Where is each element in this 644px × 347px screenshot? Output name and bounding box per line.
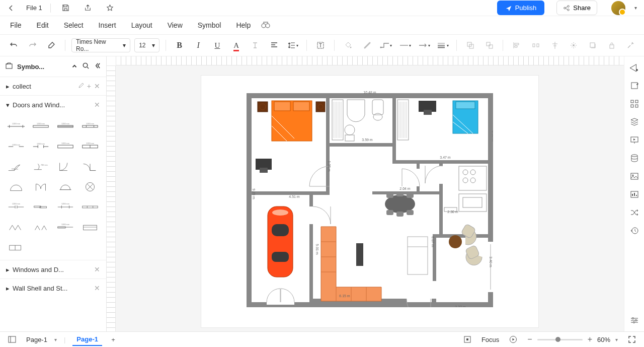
binoculars-icon[interactable] — [259, 21, 273, 30]
menu-symbol[interactable]: Symbol — [191, 18, 228, 32]
add-icon[interactable]: + — [87, 82, 91, 90]
arrow-style-button[interactable]: ▾ — [417, 38, 432, 53]
menu-layout[interactable]: Layout — [124, 18, 159, 32]
lock-button[interactable] — [604, 38, 619, 53]
undo-button[interactable] — [6, 38, 21, 53]
page-tab-1[interactable]: Page-1 — [72, 333, 102, 346]
favorite-icon[interactable] — [103, 1, 117, 15]
close-section-icon[interactable]: ✕ — [94, 101, 100, 109]
center-button[interactable] — [547, 38, 562, 53]
page-selector-dropdown-icon[interactable]: ▾ — [54, 337, 57, 342]
symbol-door-swing-1[interactable]: 700 mm — [5, 158, 27, 175]
effects-button[interactable] — [566, 38, 581, 53]
symbol-wall-opening-3[interactable]: 1200 mm — [55, 118, 76, 135]
save-icon[interactable] — [59, 1, 73, 15]
presentation-icon[interactable] — [627, 133, 641, 147]
symbol-door-arc[interactable] — [55, 178, 76, 195]
ruler-vertical[interactable] — [107, 65, 116, 331]
zoom-out-button[interactable]: − — [527, 335, 532, 344]
database-icon[interactable] — [627, 151, 641, 165]
symbol-opening-5[interactable]: 1200 mm — [5, 138, 27, 155]
font-size-select[interactable]: 12 ▾ — [134, 38, 159, 52]
page-selector-value[interactable]: Page-1 — [26, 336, 47, 343]
symbol-garage-door[interactable] — [79, 219, 101, 236]
settings-rail-icon[interactable] — [627, 313, 641, 327]
align-left-button[interactable] — [509, 38, 524, 53]
add-page-button[interactable]: + — [106, 332, 120, 346]
symbol-door-swing-2[interactable]: 700 mm — [30, 158, 51, 175]
zoom-value[interactable]: 60% — [597, 336, 610, 343]
section-toggle-wall[interactable]: ▸ Wall Shell and St... ✕ — [0, 279, 106, 297]
zoom-dropdown-icon[interactable]: ▾ — [615, 337, 618, 342]
bold-button[interactable]: B — [172, 38, 187, 53]
text-box-button[interactable]: T — [313, 38, 328, 53]
line-spacing-button[interactable]: ▾ — [286, 38, 301, 53]
menu-select[interactable]: Select — [57, 18, 91, 32]
symbol-opening-7[interactable]: 1200 mm — [55, 138, 76, 155]
export-icon[interactable] — [81, 1, 95, 15]
symbol-door-swing-4[interactable] — [79, 158, 101, 175]
focus-label[interactable]: Focus — [481, 336, 499, 343]
symbol-pocket-door[interactable]: 1200 mm — [55, 219, 76, 236]
menu-edit[interactable]: Edit — [30, 18, 56, 32]
edit-icon[interactable] — [78, 82, 84, 90]
close-section-icon[interactable]: ✕ — [94, 82, 100, 90]
symbol-opening-6[interactable]: 1200 mm — [30, 138, 51, 155]
section-toggle-windows[interactable]: ▸ Windows and D... ✕ — [0, 260, 106, 279]
close-section-icon[interactable]: ✕ — [94, 284, 100, 292]
account-dropdown-icon[interactable]: ▾ — [634, 5, 637, 11]
layers-icon[interactable] — [627, 79, 641, 93]
symbol-bifold-1[interactable] — [5, 219, 27, 236]
tools-button[interactable] — [623, 38, 638, 53]
canvas-scroll[interactable]: 10.48 m 3.59 m 3.47 m 6.93 m 9.23 m 4.51… — [116, 65, 624, 331]
section-toggle-doors[interactable]: ▾ Doors and Wind... ✕ — [0, 96, 106, 114]
close-section-icon[interactable]: ✕ — [94, 265, 100, 273]
publish-button[interactable]: Publish — [497, 1, 545, 15]
symbol-double-door-1[interactable] — [5, 178, 27, 195]
symbol-sliding-2[interactable] — [30, 198, 51, 216]
avatar[interactable] — [611, 1, 625, 15]
symbol-sliding-1[interactable]: 1200 mm — [5, 198, 27, 216]
line-color-button[interactable] — [360, 38, 375, 53]
stack-icon[interactable] — [627, 115, 641, 129]
fill-button[interactable] — [341, 38, 356, 53]
symbol-triple-opening[interactable] — [5, 239, 27, 256]
symbol-double-door-2[interactable] — [30, 178, 51, 195]
shadow-button[interactable] — [585, 38, 600, 53]
symbol-wall-opening-4[interactable]: 1200 mm — [79, 118, 101, 135]
text-highlight-button[interactable] — [248, 38, 263, 53]
menu-view[interactable]: View — [160, 18, 190, 32]
symbol-sliding-4[interactable] — [79, 198, 101, 216]
back-icon[interactable] — [4, 1, 18, 15]
chart-icon[interactable] — [627, 187, 641, 201]
ungroup-button[interactable] — [482, 38, 497, 53]
focus-mode-icon[interactable] — [460, 332, 474, 346]
collapse-panel-icon[interactable] — [71, 62, 78, 71]
symbol-door-swing-3[interactable] — [55, 158, 76, 175]
history-icon[interactable] — [627, 224, 641, 238]
symbol-wall-opening-2[interactable]: 1200 mm — [30, 118, 51, 135]
ruler-horizontal[interactable] — [116, 56, 624, 65]
italic-button[interactable]: I — [191, 38, 206, 53]
symbol-sliding-3[interactable]: 1200 mm — [55, 198, 76, 216]
share-button[interactable]: Share — [556, 1, 597, 15]
file-name[interactable]: File 1 — [26, 4, 42, 12]
format-painter-button[interactable] — [44, 38, 59, 53]
canvas-page[interactable]: 10.48 m 3.59 m 3.47 m 6.93 m 9.23 m 4.51… — [201, 76, 538, 327]
line-style-button[interactable]: ▾ — [397, 38, 413, 53]
connector-button[interactable]: ▾ — [378, 38, 393, 53]
distribute-button[interactable] — [528, 38, 543, 53]
zoom-slider[interactable] — [537, 339, 583, 340]
image-icon[interactable] — [627, 169, 641, 183]
group-button[interactable] — [463, 38, 478, 53]
menu-insert[interactable]: Insert — [92, 18, 123, 32]
play-icon[interactable] — [506, 332, 520, 346]
align-button[interactable] — [267, 38, 282, 53]
zoom-in-button[interactable]: + — [588, 335, 592, 344]
page-layout-icon[interactable] — [5, 332, 19, 346]
line-weight-button[interactable]: ▾ — [435, 38, 450, 53]
symbol-wall-opening-1[interactable]: 1200 mm — [5, 118, 27, 135]
symbol-revolving-door[interactable] — [79, 178, 101, 195]
underline-button[interactable]: U — [210, 38, 225, 53]
symbol-opening-8[interactable]: 1200 mm — [79, 138, 101, 155]
